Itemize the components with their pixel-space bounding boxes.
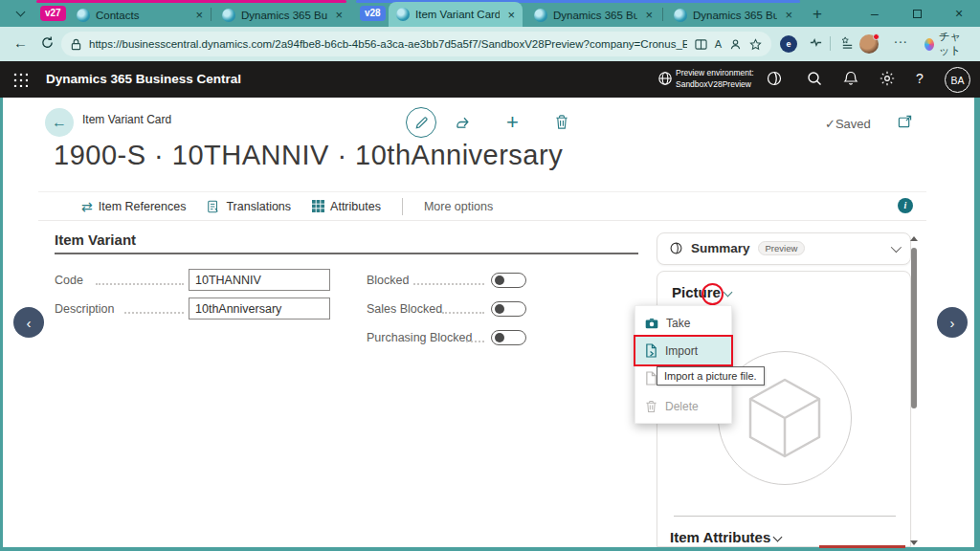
toggle-knob: [495, 333, 504, 342]
browser-tab-dynamics-3[interactable]: Dynamics 365 Business C ×: [666, 3, 800, 27]
tab-close-icon[interactable]: ×: [783, 8, 794, 22]
browser-tab-dynamics-1[interactable]: Dynamics 365 Business C ×: [214, 3, 350, 27]
browser-tab-contacts[interactable]: Contacts ×: [69, 3, 211, 27]
favorite-star-icon[interactable]: [749, 38, 762, 51]
user-avatar[interactable]: BA: [945, 67, 970, 93]
refresh-icon[interactable]: [40, 35, 55, 50]
share-button[interactable]: [456, 114, 474, 130]
dotted-leader: [442, 312, 484, 314]
camera-icon: [645, 318, 658, 329]
delete-record-button[interactable]: [554, 114, 569, 130]
search-icon[interactable]: [806, 70, 823, 87]
annotation-circle-picture-chevron: [702, 283, 724, 305]
page-back-button[interactable]: ←: [45, 108, 74, 137]
import-tooltip: Import a picture file.: [657, 366, 765, 386]
address-bar[interactable]: https://businesscentral.dynamics.com/2a9…: [61, 32, 771, 56]
window-minimize-button[interactable]: –: [854, 0, 896, 27]
sales-blocked-toggle[interactable]: [491, 301, 526, 317]
page-caption: Item Variant Card: [82, 113, 171, 126]
browser-back-button[interactable]: ←: [13, 34, 28, 51]
trash-icon: [645, 400, 657, 413]
tab-title: Dynamics 365 Business C: [241, 10, 327, 21]
tab-close-icon[interactable]: ×: [193, 8, 205, 22]
tab-close-icon[interactable]: ×: [333, 8, 345, 22]
sales-blocked-toggle-label: Sales Blocked: [367, 302, 442, 316]
import-file-icon: [645, 343, 657, 358]
action-label: Item References: [99, 200, 187, 213]
picture-actions-chevron-icon[interactable]: [723, 288, 732, 298]
tab-search-button[interactable]: [8, 4, 33, 23]
tab-close-icon[interactable]: ×: [505, 8, 517, 22]
dynamics-tab-icon: [534, 9, 547, 22]
extension-icon[interactable]: e: [780, 35, 797, 53]
split-screen-icon[interactable]: [695, 38, 707, 51]
action-translations[interactable]: Translations: [207, 200, 291, 213]
previous-record-button[interactable]: ‹: [13, 307, 44, 338]
dotted-leader: [124, 312, 184, 314]
browser-toolbar: ← https://businesscentral.dynamics.com/2…: [0, 27, 980, 61]
summary-title: Summary: [691, 241, 750, 255]
url-text[interactable]: https://businesscentral.dynamics.com/2a9…: [89, 38, 687, 50]
notifications-bell-icon[interactable]: [842, 70, 859, 87]
tab-title: Dynamics 365 Business C: [553, 10, 637, 21]
chevron-down-icon[interactable]: [773, 533, 783, 542]
copilot-chat-label: チャット: [939, 30, 972, 58]
chevron-down-icon[interactable]: [891, 241, 902, 252]
browser-tab-item-variant-card-active[interactable]: Item Variant Card - 1900 ×: [389, 2, 523, 27]
copilot-header-icon[interactable]: [766, 70, 783, 87]
lock-icon: [71, 38, 81, 51]
section-title-item-variant: Item Variant: [55, 231, 136, 248]
app-launcher-icon[interactable]: [12, 72, 28, 87]
info-icon[interactable]: i: [898, 198, 913, 213]
factbox-scrollbar[interactable]: [910, 236, 918, 545]
favorites-bar-icon[interactable]: [840, 35, 855, 50]
scroll-up-arrow[interactable]: [910, 236, 918, 241]
page-title: 1900-S · 10THANNIV · 10thAnniversary: [54, 140, 563, 171]
read-aloud-icon[interactable]: A: [715, 38, 722, 50]
maximize-icon: [913, 10, 922, 18]
item-attributes-title[interactable]: Item Attributes: [670, 529, 781, 545]
new-record-button[interactable]: +: [506, 110, 519, 135]
description-field-input[interactable]: [189, 298, 330, 320]
action-attributes[interactable]: Attributes: [312, 200, 381, 213]
toggle-knob: [495, 276, 504, 285]
purchasing-blocked-toggle[interactable]: [491, 330, 526, 345]
edit-button[interactable]: [406, 107, 436, 138]
window-maximize-button[interactable]: [896, 0, 938, 27]
toggle-knob: [495, 304, 504, 314]
environment-globe-icon[interactable]: [657, 71, 673, 86]
app-title[interactable]: Dynamics 365 Business Central: [46, 72, 241, 86]
copilot-chat-button[interactable]: チャット: [917, 32, 980, 56]
tab-close-icon[interactable]: ×: [643, 8, 655, 22]
tab-group-badge-v28[interactable]: v28: [360, 6, 386, 21]
tab-group-badge-v27[interactable]: v27: [40, 6, 66, 21]
tab-title: Dynamics 365 Business C: [693, 10, 777, 21]
copilot-summary-icon: [669, 241, 683, 255]
browser-profile-avatar[interactable]: [859, 34, 879, 54]
window-close-button[interactable]: ×: [938, 0, 980, 27]
more-options-button[interactable]: More options: [424, 200, 493, 213]
scroll-down-arrow[interactable]: [910, 540, 918, 545]
scrollbar-thumb[interactable]: [911, 248, 917, 408]
annotation-underline-bottom: [819, 545, 905, 548]
settings-gear-icon[interactable]: [879, 70, 896, 87]
save-status: ✓Saved: [825, 117, 871, 131]
browser-menu-dots[interactable]: ...: [894, 31, 908, 46]
code-field-input[interactable]: [189, 269, 330, 291]
help-icon[interactable]: ?: [916, 71, 924, 86]
profile-sync-icon[interactable]: [729, 38, 742, 51]
browser-essentials-icon[interactable]: [809, 35, 823, 50]
browser-tab-dynamics-2[interactable]: Dynamics 365 Business C ×: [526, 3, 660, 27]
blocked-toggle[interactable]: [491, 273, 526, 288]
menu-item-take[interactable]: Take: [635, 309, 731, 337]
next-record-button[interactable]: ›: [937, 307, 968, 338]
menu-item-import[interactable]: Import: [635, 337, 731, 364]
summary-card[interactable]: Summary Preview: [657, 232, 911, 265]
action-item-references[interactable]: ⇄ Item References: [81, 199, 186, 214]
toolbar-divider: [830, 36, 831, 51]
open-in-new-window-icon[interactable]: [898, 115, 912, 128]
new-tab-button[interactable]: +: [807, 4, 828, 25]
action-bar-divider: [402, 198, 403, 215]
menu-item-label: Take: [666, 317, 690, 330]
tab-separator: [211, 8, 212, 21]
